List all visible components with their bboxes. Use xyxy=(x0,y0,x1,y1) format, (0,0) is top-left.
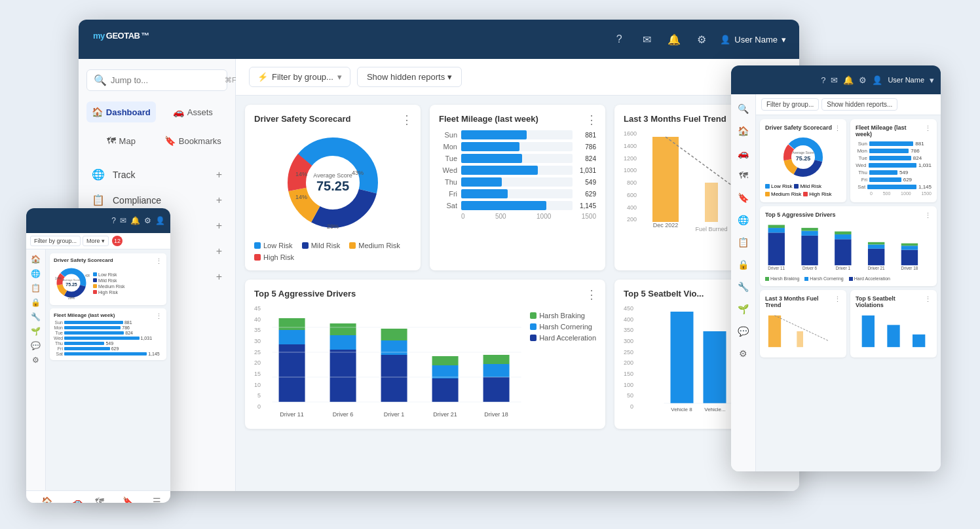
tab-map[interactable]: 🗺 Map xyxy=(86,130,156,151)
third-nav-more[interactable]: ☰ More xyxy=(151,496,162,503)
second-wrench-icon[interactable]: 🔧 xyxy=(736,279,751,295)
hard-acceleration-label: Hard Acceleration xyxy=(539,334,596,342)
second-search-icon[interactable]: 🔍 xyxy=(736,101,751,117)
second-lock-icon[interactable]: 🔒 xyxy=(736,257,751,272)
driver-safety-title: Driver Safety Scorecard xyxy=(254,114,411,124)
svg-rect-21 xyxy=(381,340,407,355)
filter-group-button[interactable]: ⚡ Filter by group... ▾ xyxy=(249,67,350,87)
second-driver-safety-menu[interactable]: ⋮ xyxy=(834,124,841,133)
third-driver-safety-menu[interactable]: ⋮ xyxy=(155,257,162,266)
third-dashboard-icon[interactable]: 🏠 xyxy=(31,255,41,264)
third-wrench-icon[interactable]: 🔧 xyxy=(31,312,41,321)
bar-track-fri xyxy=(461,189,573,198)
second-globe-icon[interactable]: 🌐 xyxy=(736,212,751,228)
third-bell-icon[interactable]: 🔔 xyxy=(130,216,140,225)
third-clipboard-icon[interactable]: 📋 xyxy=(31,283,41,293)
user-menu[interactable]: 👤 User Name ▾ xyxy=(720,35,786,45)
svg-rect-60 xyxy=(868,244,884,248)
second-comment-icon[interactable]: 💬 xyxy=(736,323,751,339)
third-filter-button[interactable]: Filter by group... xyxy=(30,236,81,246)
second-mail-icon[interactable]: ✉ xyxy=(831,75,838,85)
third-mail-icon[interactable]: ✉ xyxy=(120,216,126,225)
search-input[interactable] xyxy=(111,75,221,85)
third-lock-icon[interactable]: 🔒 xyxy=(31,298,41,307)
bar-fill-thu xyxy=(461,177,502,187)
second-help-icon[interactable]: ? xyxy=(821,75,825,85)
window-body: 🔍 ⌘F 🏠 Dashboard 🚗 Assets 🗺 Map xyxy=(79,59,799,491)
svg-rect-71 xyxy=(887,325,899,347)
third-fleet-menu[interactable]: ⋮ xyxy=(155,312,162,321)
third-medium-risk: Medium Risk xyxy=(93,284,124,289)
third-comment-icon[interactable]: 💬 xyxy=(31,341,41,350)
third-more-button[interactable]: More ▾ xyxy=(83,236,109,246)
tab-assets[interactable]: 🚗 Assets xyxy=(159,101,228,122)
second-hidden-reports-button[interactable]: Show hidden reports... xyxy=(821,98,897,111)
svg-text:43%: 43% xyxy=(85,274,90,278)
second-fuel-menu[interactable]: ⋮ xyxy=(834,295,841,304)
second-username: User Name xyxy=(888,76,924,84)
help-icon[interactable]: ? xyxy=(610,30,628,48)
second-bell-icon[interactable]: 🔔 xyxy=(843,75,854,85)
second-settings-icon[interactable]: ⚙ xyxy=(859,75,867,85)
aggressive-legend: Harsh Braking Harsh Cornering Hard Accel… xyxy=(530,305,596,420)
second-grid-icon[interactable]: ⚙ xyxy=(736,346,751,361)
bar-value-sun: 881 xyxy=(576,132,596,139)
third-globe-icon[interactable]: 🌐 xyxy=(31,269,41,278)
search-bar[interactable]: 🔍 ⌘F xyxy=(86,69,227,91)
second-assets-icon[interactable]: 🚗 xyxy=(736,145,751,161)
second-bar-mon: Mon786 xyxy=(856,148,932,154)
bar-fill-fri xyxy=(461,189,508,198)
third-body: 🏠 🌐 📋 🔒 🔧 🌱 💬 ⚙ ⋮ Driver Safety Scorecar… xyxy=(26,249,170,490)
harsh-braking-dot xyxy=(530,312,537,319)
tab-bookmarks[interactable]: 🔖 Bookmarks xyxy=(159,130,228,151)
sidebar-item-track[interactable]: 🌐 Track + xyxy=(79,162,235,187)
second-bar-fill-wed xyxy=(869,163,916,168)
third-user-icon[interactable]: 👤 xyxy=(155,216,165,225)
second-clipboard-icon[interactable]: 📋 xyxy=(736,234,751,250)
driver-safety-card: Driver Safety Scorecard ⋮ xyxy=(245,105,421,270)
second-user-icon[interactable]: 👤 xyxy=(872,75,882,85)
second-mild-risk: Mild Risk xyxy=(794,183,821,189)
third-nav-bookmarks[interactable]: 🔖 Bookmarks xyxy=(115,496,141,503)
second-leaf-icon[interactable]: 🌱 xyxy=(736,301,751,317)
second-fleet-x-axis: 050010001500 xyxy=(856,191,932,196)
map-tab-label: Map xyxy=(119,136,136,146)
third-donut-legend: Low Risk Mild Risk Medium Risk High Risk xyxy=(93,272,124,295)
bell-icon[interactable]: 🔔 xyxy=(665,30,683,48)
donut-center: Average Score 75.25 xyxy=(313,172,352,194)
settings-icon[interactable]: ⚙ xyxy=(692,30,711,48)
assets-tab-icon: 🚗 xyxy=(173,107,184,117)
svg-text:Dec 2022: Dec 2022 xyxy=(653,222,679,228)
svg-text:75.25: 75.25 xyxy=(796,155,811,162)
second-map-icon[interactable]: 🗺 xyxy=(736,168,751,183)
fleet-mileage-menu-icon[interactable]: ⋮ xyxy=(586,113,597,127)
harsh-cornering-legend: Harsh Cornering xyxy=(530,323,596,331)
main-window: myGEOTAB™ ? ✉ 🔔 ⚙ 👤 User Name ▾ 🔍 ⌘F xyxy=(79,20,799,491)
aggressive-y-axis: 45 40 35 30 25 20 15 10 5 0 xyxy=(254,305,263,410)
second-fleet-menu[interactable]: ⋮ xyxy=(924,124,932,133)
hidden-reports-button[interactable]: Show hidden reports ▾ xyxy=(357,67,462,87)
mail-icon[interactable]: ✉ xyxy=(637,30,656,48)
tab-dashboard[interactable]: 🏠 Dashboard xyxy=(86,101,156,122)
third-settings-icon[interactable]: ⚙ xyxy=(144,216,151,225)
bar-value-fri: 629 xyxy=(576,191,596,198)
second-seatbelt-menu[interactable]: ⋮ xyxy=(924,295,932,304)
second-aggressive-menu[interactable]: ⋮ xyxy=(924,211,932,220)
driver-safety-menu-icon[interactable]: ⋮ xyxy=(401,113,413,127)
third-help-icon[interactable]: ? xyxy=(111,216,116,225)
aggressive-drivers-menu-icon[interactable]: ⋮ xyxy=(586,287,597,302)
svg-rect-29 xyxy=(483,364,510,377)
compliance-icon: 📋 xyxy=(92,194,105,206)
second-bookmark-icon[interactable]: 🔖 xyxy=(736,190,751,206)
second-dashboard-grid: ⋮ Driver Safety Scorecard Average Score … xyxy=(756,115,941,361)
second-dashboard-icon[interactable]: 🏠 xyxy=(736,123,751,139)
third-nav-assets[interactable]: 🚗 Assets xyxy=(69,496,85,503)
third-leaf-icon[interactable]: 🌱 xyxy=(31,327,41,336)
third-grid-icon[interactable]: ⚙ xyxy=(32,356,39,365)
second-bar-fill-mon xyxy=(869,149,909,153)
svg-rect-26 xyxy=(432,356,459,365)
second-bar-fill-thu xyxy=(869,170,897,175)
third-nav-map[interactable]: 🗺 Map xyxy=(95,496,105,503)
second-filter-group-button[interactable]: Filter by group... xyxy=(761,98,819,111)
third-nav-dashboard[interactable]: 🏠 Dashboard xyxy=(34,496,60,503)
